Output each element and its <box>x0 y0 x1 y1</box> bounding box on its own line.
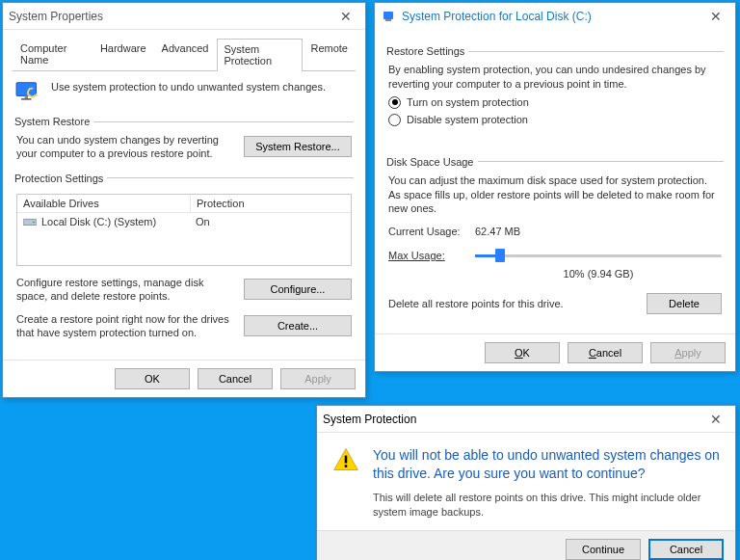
system-restore-text: You can undo system changes by reverting… <box>16 133 236 161</box>
configure-text: Configure restore settings, manage disk … <box>16 276 236 304</box>
radio-icon <box>388 96 401 109</box>
drive-icon <box>23 216 37 227</box>
table-row[interactable]: Local Disk (C:) (System) On <box>17 213 351 230</box>
protection-settings-group: Protection Settings Available Drives Pro… <box>14 173 354 344</box>
sysprops-title: System Properties <box>9 10 332 23</box>
tab-hardware[interactable]: Hardware <box>92 38 154 70</box>
svg-rect-0 <box>16 83 37 96</box>
tab-system-protection[interactable]: System Protection <box>217 39 304 71</box>
system-restore-legend: System Restore <box>14 116 93 127</box>
current-usage-value: 62.47 MB <box>475 226 722 237</box>
ok-button[interactable]: OK <box>485 342 560 363</box>
radio-disable-label: Disable system protection <box>407 114 528 125</box>
svg-rect-2 <box>21 98 31 100</box>
svg-rect-3 <box>23 219 37 225</box>
close-icon[interactable]: ✕ <box>702 9 729 24</box>
cancel-button[interactable]: Cancel <box>648 539 724 560</box>
warning-icon <box>332 446 359 473</box>
spdlg-title: System Protection for Local Disk (C:) <box>402 10 702 23</box>
confirm-subtext: This will delete all restore points on t… <box>373 491 720 520</box>
restore-settings-text: By enabling system protection, you can u… <box>388 63 722 92</box>
delete-restore-text: Delete all restore points for this drive… <box>388 298 564 309</box>
svg-rect-6 <box>385 19 391 21</box>
drive-status: On <box>196 216 210 227</box>
system-protection-icon <box>14 81 41 104</box>
tab-advanced[interactable]: Advanced <box>154 38 217 70</box>
svg-rect-5 <box>383 12 393 19</box>
close-icon[interactable]: ✕ <box>702 412 729 427</box>
tab-computer-name[interactable]: Computer Name <box>13 38 92 70</box>
svg-rect-1 <box>25 95 28 98</box>
radio-turn-on[interactable]: Turn on system protection <box>388 96 722 109</box>
disk-usage-text: You can adjust the maximum disk space us… <box>388 173 722 217</box>
cancel-button[interactable]: Cancel <box>198 368 273 389</box>
spdlg-titlebar: System Protection for Local Disk (C:) ✕ <box>375 3 735 30</box>
radio-disable[interactable]: Disable system protection <box>388 114 722 126</box>
sysprops-intro: Use system protection to undo unwanted s… <box>51 81 326 93</box>
current-usage-label: Current Usage: <box>388 226 475 237</box>
delete-button[interactable]: Delete <box>647 293 722 314</box>
drive-table: Available Drives Protection Local Disk (… <box>16 194 352 266</box>
max-usage-label: Max Usage: <box>388 250 475 261</box>
col-protection[interactable]: Protection <box>191 195 351 212</box>
close-icon[interactable]: ✕ <box>332 9 359 24</box>
svg-point-4 <box>33 221 35 223</box>
drive-name: Local Disk (C:) (System) <box>41 216 156 227</box>
apply-button[interactable]: Apply <box>650 342 726 363</box>
system-restore-button[interactable]: System Restore... <box>244 136 352 157</box>
sysprops-tabs: Computer Name Hardware Advanced System P… <box>13 38 356 71</box>
restore-settings-group: Restore Settings By enabling system prot… <box>386 45 724 135</box>
radio-turn-on-label: Turn on system protection <box>407 96 529 108</box>
col-available-drives[interactable]: Available Drives <box>17 195 191 212</box>
svg-rect-8 <box>345 465 347 467</box>
create-text: Create a restore point right now for the… <box>16 312 236 340</box>
system-restore-group: System Restore You can undo system chang… <box>14 116 354 165</box>
continue-button[interactable]: Continue <box>566 539 641 560</box>
restore-settings-legend: Restore Settings <box>386 45 468 57</box>
protection-settings-legend: Protection Settings <box>14 173 107 184</box>
confirm-titlebar: System Protection ✕ <box>317 406 735 433</box>
svg-rect-7 <box>345 456 347 464</box>
confirm-headline: You will not be able to undo unwanted sy… <box>373 446 720 483</box>
radio-icon <box>388 114 401 126</box>
ok-button[interactable]: OK <box>115 368 190 389</box>
create-button[interactable]: Create... <box>244 315 352 336</box>
confirm-title: System Protection <box>323 413 702 426</box>
shield-icon <box>381 9 396 24</box>
tab-remote[interactable]: Remote <box>303 38 356 70</box>
configure-button[interactable]: Configure... <box>244 279 352 300</box>
max-usage-slider[interactable] <box>475 247 722 264</box>
cancel-button[interactable]: Cancel <box>568 342 643 363</box>
max-usage-value: 10% (9.94 GB) <box>475 268 722 280</box>
disk-space-usage-group: Disk Space Usage You can adjust the maxi… <box>386 156 724 319</box>
apply-button[interactable]: Apply <box>280 368 356 389</box>
disk-space-usage-legend: Disk Space Usage <box>386 156 478 168</box>
sysprops-titlebar: System Properties ✕ <box>3 3 365 30</box>
